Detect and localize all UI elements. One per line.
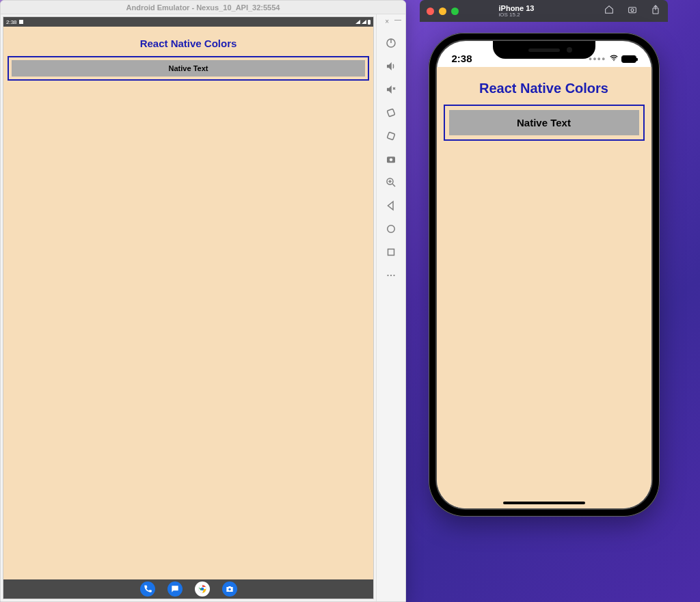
- svg-point-23: [613, 60, 615, 61]
- app-title: React Native Colors: [8, 38, 369, 49]
- screenshot-button[interactable]: [384, 152, 398, 166]
- more-button[interactable]: [384, 269, 398, 282]
- zoom-button[interactable]: [384, 176, 398, 189]
- ios-app-content: React Native Colors Native Text: [437, 67, 651, 508]
- home-button[interactable]: [384, 222, 398, 236]
- wifi-icon: [355, 20, 360, 24]
- svg-point-15: [388, 225, 395, 233]
- svg-point-19: [393, 275, 394, 276]
- svg-rect-20: [629, 8, 636, 13]
- sim-share-button[interactable]: [650, 4, 661, 18]
- android-emulator-window: Android Emulator - Nexus_10_API_32:5554 …: [0, 0, 406, 602]
- overview-button[interactable]: [384, 245, 398, 259]
- notch: [493, 41, 595, 59]
- android-device-screen[interactable]: 2:38 React Native Colors Native Text: [3, 16, 374, 599]
- svg-line-12: [392, 184, 395, 187]
- power-button[interactable]: [384, 36, 398, 50]
- app-title: React Native Colors: [444, 81, 645, 96]
- back-button[interactable]: [384, 199, 398, 213]
- sim-home-button[interactable]: [604, 4, 615, 18]
- native-text-label: Native Text: [12, 60, 365, 77]
- native-text-container[interactable]: Native Text: [8, 56, 369, 81]
- android-app-content: React Native Colors Native Text: [3, 27, 373, 579]
- android-status-time: 2:38: [6, 19, 17, 25]
- volume-up-button[interactable]: [384, 59, 398, 73]
- svg-point-17: [387, 275, 388, 276]
- ios-titlebar: iPhone 13 iOS 15.2: [420, 0, 668, 22]
- camera-app-icon[interactable]: [222, 582, 237, 597]
- battery-icon: [368, 20, 371, 25]
- window-minimize-button[interactable]: [439, 8, 446, 15]
- svg-rect-7: [387, 109, 395, 117]
- android-taskbar: [3, 579, 373, 599]
- emulator-minimize-button[interactable]: —: [394, 16, 401, 23]
- iphone-screen[interactable]: 2:38 ●●●● React Native Colors Native Tex…: [437, 41, 651, 508]
- sim-screenshot-button[interactable]: [627, 4, 638, 18]
- volume-down-button[interactable]: [384, 83, 398, 96]
- svg-point-18: [390, 275, 392, 276]
- window-close-button[interactable]: [427, 8, 434, 15]
- wifi-icon: [609, 53, 619, 64]
- android-status-bar: 2:38: [3, 17, 373, 27]
- home-indicator[interactable]: [503, 502, 585, 504]
- messages-app-icon[interactable]: [167, 582, 183, 597]
- rotate-right-button[interactable]: [384, 129, 398, 143]
- ios-os-version: iOS 15.2: [499, 12, 535, 18]
- battery-icon: [621, 55, 636, 63]
- phone-app-icon[interactable]: [140, 582, 155, 597]
- rotate-left-button[interactable]: [384, 106, 398, 120]
- ios-status-time: 2:38: [452, 53, 472, 64]
- chrome-app-icon[interactable]: [195, 582, 210, 597]
- native-text-label: Native Text: [449, 110, 639, 135]
- android-screen-wrap: 2:38 React Native Colors Native Text: [1, 14, 377, 601]
- iphone-frame: 2:38 ●●●● React Native Colors Native Tex…: [429, 33, 660, 517]
- svg-point-21: [631, 9, 634, 12]
- emulator-close-button[interactable]: ×: [385, 18, 389, 25]
- android-window-title: Android Emulator - Nexus_10_API_32:5554: [1, 1, 405, 14]
- emulator-toolbar: × —: [377, 14, 405, 601]
- window-zoom-button[interactable]: [451, 8, 459, 15]
- svg-point-2: [228, 588, 231, 591]
- svg-rect-8: [387, 132, 395, 140]
- native-text-container[interactable]: Native Text: [444, 105, 645, 141]
- cellular-signal-icon: ●●●●: [589, 55, 606, 62]
- android-status-badge-icon: [19, 20, 23, 24]
- signal-icon: [362, 20, 366, 24]
- svg-rect-16: [388, 249, 394, 256]
- ios-simulator-window: iPhone 13 iOS 15.2 2:38 ●●●●: [420, 0, 668, 528]
- svg-point-10: [390, 159, 393, 162]
